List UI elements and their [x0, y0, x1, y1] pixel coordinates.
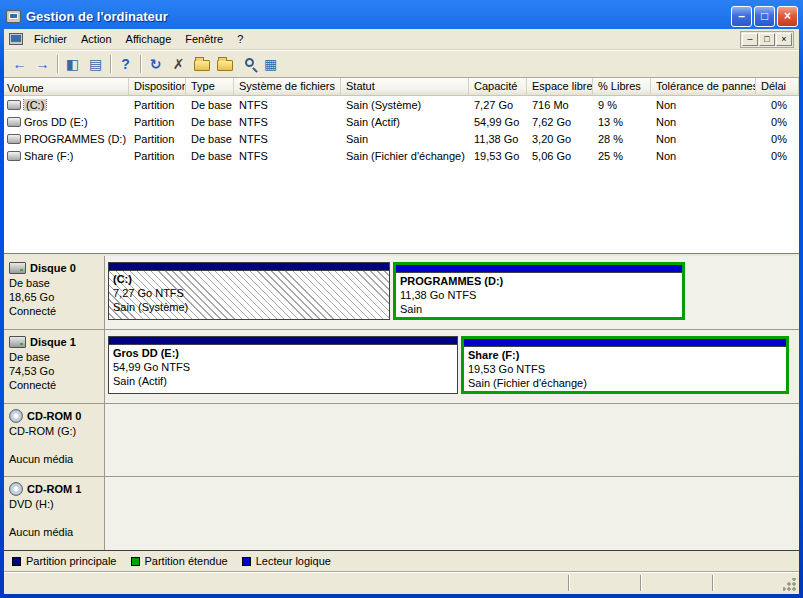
column-header-pct-libres[interactable]: % Libres: [593, 78, 651, 96]
cell-tolerance: Non: [651, 133, 756, 145]
disk-view-button[interactable]: ▦: [259, 53, 282, 75]
disk-tracks: [105, 404, 799, 477]
disk-tracks: Gros DD (E:) 54,99 Go NTFS Sain (Actif) …: [105, 330, 799, 403]
console-system-icon[interactable]: [9, 33, 23, 45]
mdi-close-button[interactable]: ×: [776, 33, 792, 46]
column-header-type[interactable]: Type: [186, 78, 234, 96]
forward-icon: →: [36, 57, 50, 71]
partition-label: Share (F:): [468, 348, 782, 362]
menu-fenetre[interactable]: Fenêtre: [178, 31, 230, 47]
title-bar[interactable]: Gestion de l'ordinateur – □ ×: [0, 0, 803, 29]
properties-button[interactable]: [190, 53, 213, 75]
back-button[interactable]: ←: [8, 53, 31, 75]
delete-icon: ✗: [173, 57, 185, 71]
disk-info-cdrom-0[interactable]: CD-ROM 0 CD-ROM (G:) Aucun média: [4, 404, 105, 477]
volume-name: (C:): [24, 99, 46, 111]
cell-pct-libres: 28 %: [593, 133, 651, 145]
list-header: Volume Disposition Type Système de fichi…: [4, 78, 799, 96]
cell-filesystem: NTFS: [234, 116, 341, 128]
media-status: Aucun média: [9, 525, 100, 539]
disk-view-icon: ▦: [264, 57, 277, 71]
refresh-button[interactable]: ↻: [144, 53, 167, 75]
toolbar-separator: [140, 55, 141, 73]
forward-button[interactable]: →: [31, 53, 54, 75]
table-row-volume-e[interactable]: Gros DD (E:) Partition De base NTFS Sain…: [4, 113, 799, 130]
column-header-capacite[interactable]: Capacité: [469, 78, 527, 96]
volume-icon: [7, 151, 21, 161]
status-segment: [712, 575, 783, 591]
help-icon: ?: [121, 57, 130, 71]
disk-type: De base: [9, 350, 100, 364]
table-row-volume-d[interactable]: PROGRAMMES (D:) Partition De base NTFS S…: [4, 130, 799, 147]
table-row-volume-c[interactable]: (C:) Partition De base NTFS Sain (Systèm…: [4, 96, 799, 113]
column-header-statut[interactable]: Statut: [341, 78, 469, 96]
volume-icon: [7, 134, 21, 144]
delete-button[interactable]: ✗: [167, 53, 190, 75]
minimize-button[interactable]: –: [731, 6, 752, 27]
disk-graphical-pane: Disque 0 De base 18,65 Go Connecté (C:) …: [4, 256, 799, 551]
menu-help[interactable]: ?: [230, 31, 250, 47]
menu-affichage[interactable]: Affichage: [119, 31, 179, 47]
menu-fichier[interactable]: Fichier: [27, 31, 74, 47]
cell-statut: Sain (Système): [341, 99, 469, 111]
console-tree-icon: ◧: [66, 57, 79, 71]
partition-label: (C:): [113, 272, 385, 286]
cell-capacite: 19,53 Go: [469, 150, 527, 162]
close-button[interactable]: ×: [777, 6, 798, 27]
media-status: Aucun média: [9, 452, 100, 466]
status-segment: [640, 575, 711, 591]
cell-delai: 0%: [756, 150, 799, 162]
table-row-volume-f[interactable]: Share (F:) Partition De base NTFS Sain (…: [4, 147, 799, 164]
column-header-disposition[interactable]: Disposition: [129, 78, 186, 96]
partition-f[interactable]: Share (F:) 19,53 Go NTFS Sain (Fichier d…: [461, 336, 789, 394]
search-button[interactable]: [236, 53, 259, 75]
cell-disposition: Partition: [129, 150, 186, 162]
cell-espace-libre: 716 Mo: [527, 99, 593, 111]
partition-c[interactable]: (C:) 7,27 Go NTFS Sain (Système): [108, 262, 390, 320]
partition-status: Sain: [400, 302, 678, 316]
disk-row-cdrom-1: CD-ROM 1 DVD (H:) Aucun média: [4, 477, 799, 550]
partition-color-strip: [109, 263, 389, 271]
cell-filesystem: NTFS: [234, 133, 341, 145]
disk-row-disque-0: Disque 0 De base 18,65 Go Connecté (C:) …: [4, 256, 799, 330]
cell-disposition: Partition: [129, 133, 186, 145]
column-header-delai[interactable]: Délai: [756, 78, 799, 96]
mdi-minimize-button[interactable]: –: [742, 33, 758, 46]
two-pane-view-button[interactable]: ▤: [84, 53, 107, 75]
disk-info-disque-1[interactable]: Disque 1 De base 74,53 Go Connecté: [4, 330, 105, 403]
menu-action[interactable]: Action: [74, 31, 119, 47]
toolbar-separator: [57, 55, 58, 73]
volume-list-pane: Volume Disposition Type Système de fichi…: [4, 78, 799, 254]
disk-info-cdrom-1[interactable]: CD-ROM 1 DVD (H:) Aucun média: [4, 477, 105, 550]
primary-partition-swatch: [12, 557, 21, 566]
maximize-button[interactable]: □: [754, 6, 775, 27]
cell-disposition: Partition: [129, 116, 186, 128]
refresh-icon: ↻: [150, 57, 162, 71]
cell-delai: 0%: [756, 99, 799, 111]
show-console-tree-button[interactable]: ◧: [61, 53, 84, 75]
resize-grip[interactable]: [783, 578, 797, 592]
column-header-filesystem[interactable]: Système de fichiers: [234, 78, 341, 96]
help-button[interactable]: ?: [114, 53, 137, 75]
partition-status: Sain (Fichier d'échange): [468, 376, 782, 390]
status-segment: [568, 575, 639, 591]
partition-size: 54,99 Go NTFS: [113, 360, 453, 374]
open-folder-button[interactable]: [213, 53, 236, 75]
mdi-restore-button[interactable]: □: [759, 33, 775, 46]
two-pane-icon: ▤: [89, 57, 102, 71]
legend-primary-partition: Partition principale: [12, 555, 117, 567]
partition-e[interactable]: Gros DD (E:) 54,99 Go NTFS Sain (Actif): [108, 336, 458, 394]
disk-info-disque-0[interactable]: Disque 0 De base 18,65 Go Connecté: [4, 256, 105, 329]
disk-status: Connecté: [9, 304, 100, 318]
partition-d[interactable]: PROGRAMMES (D:) 11,38 Go NTFS Sain: [393, 262, 685, 320]
column-header-tolerance[interactable]: Tolérance de pannes: [651, 78, 756, 96]
search-icon: [245, 58, 254, 67]
back-icon: ←: [13, 57, 27, 71]
partition-label: PROGRAMMES (D:): [400, 274, 678, 288]
volume-name: Share (F:): [24, 150, 74, 162]
partition-color-strip: [109, 337, 457, 345]
column-header-espace-libre[interactable]: Espace libre: [527, 78, 593, 96]
volume-icon: [7, 117, 21, 127]
column-header-volume[interactable]: Volume: [4, 78, 129, 96]
legend-label: Partition étendue: [145, 555, 228, 567]
